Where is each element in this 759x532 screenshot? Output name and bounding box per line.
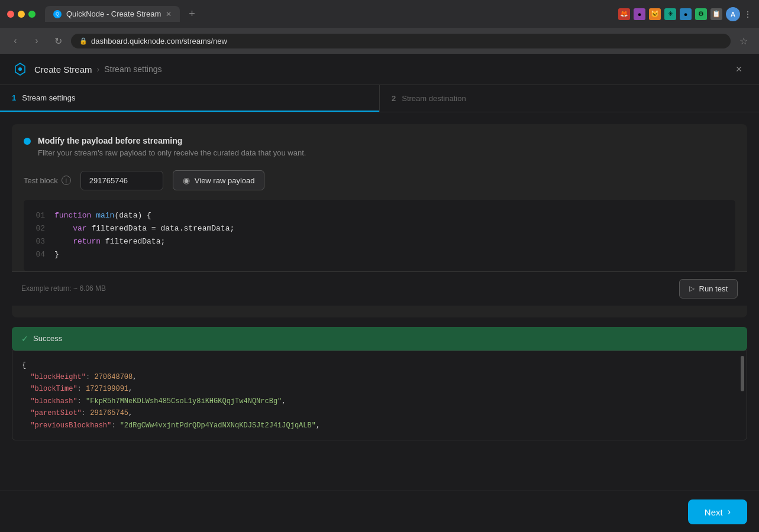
- browser-menu-button[interactable]: ⋮: [744, 9, 752, 19]
- json-open-brace: {: [22, 359, 737, 371]
- step-2-label: Stream destination: [402, 94, 466, 103]
- run-test-button[interactable]: ▷ Run test: [679, 279, 738, 299]
- tab-title: QuickNode - Create Stream: [66, 9, 161, 18]
- extension-icon-4[interactable]: ✳: [664, 8, 676, 20]
- example-return-text: Example return: ~ 6.06 MB: [21, 284, 106, 293]
- json-line-2: "blockTime": 1727199091,: [22, 383, 737, 395]
- main-content: Modify the payload before streaming Filt…: [0, 112, 759, 491]
- browser-tab-active[interactable]: Q QuickNode - Create Stream ✕: [45, 6, 180, 22]
- json-line-3: "blockhash": "FkpR5h7MNeKDLWsh485CsoL1y8…: [22, 395, 737, 407]
- code-line-3: 03 return filteredData;: [33, 235, 726, 248]
- payload-info: Modify the payload before streaming Filt…: [38, 136, 306, 158]
- test-block-label: Test block i: [24, 176, 71, 185]
- line-number-4: 04: [33, 248, 45, 261]
- tab-favicon: Q: [53, 10, 62, 18]
- browser-titlebar: Q QuickNode - Create Stream ✕ + 🦊 ● 🐱 ✳ …: [0, 0, 759, 28]
- lock-icon: 🔒: [79, 37, 88, 45]
- success-banner: ✓ Success: [12, 327, 747, 351]
- traffic-light-green[interactable]: [28, 11, 35, 18]
- url-bar[interactable]: 🔒 dashboard.quicknode.com/streams/new: [71, 34, 731, 48]
- results-section: ✓ Success { "blockHeight": 270648708, "b…: [12, 327, 747, 440]
- footer: Next ›: [0, 491, 759, 532]
- json-line-5: "previousBlockhash": "2dRgCWw4vxjntPdrQD…: [22, 420, 737, 432]
- extension-icon-2[interactable]: ●: [634, 8, 645, 20]
- step-2[interactable]: 2 Stream destination: [380, 85, 759, 112]
- step-1[interactable]: 1 Stream settings: [0, 85, 379, 112]
- info-icon[interactable]: i: [62, 176, 71, 185]
- eye-icon: ◉: [183, 176, 190, 185]
- play-icon: ▷: [689, 284, 695, 293]
- next-button[interactable]: Next ›: [688, 499, 747, 524]
- url-text: dashboard.quicknode.com/streams/new: [91, 37, 227, 46]
- quicknode-logo: [12, 61, 28, 77]
- line-number-3: 03: [33, 235, 45, 248]
- step-1-label: Stream settings: [22, 93, 75, 102]
- code-line-1: 01 function main(data) {: [33, 209, 726, 222]
- payload-header: Modify the payload before streaming Filt…: [24, 136, 735, 158]
- payload-title: Modify the payload before streaming: [38, 136, 306, 145]
- extension-icon-3[interactable]: 🐱: [649, 8, 661, 20]
- header-title: Create Stream: [34, 64, 92, 74]
- run-test-row: Example return: ~ 6.06 MB ▷ Run test: [12, 271, 747, 306]
- payload-description: Filter your stream's raw payload to only…: [38, 148, 306, 158]
- tab-bar: Q QuickNode - Create Stream ✕ +: [45, 6, 613, 22]
- new-tab-button[interactable]: +: [185, 7, 199, 21]
- back-button[interactable]: ‹: [7, 33, 24, 49]
- step-1-number: 1: [12, 93, 16, 102]
- step-2-number: 2: [392, 94, 396, 103]
- forward-button[interactable]: ›: [28, 33, 45, 49]
- checkmark-icon: ✓: [21, 334, 28, 343]
- block-number-input[interactable]: [80, 171, 163, 190]
- star-button[interactable]: ☆: [735, 33, 752, 49]
- breadcrumb: Stream settings: [104, 64, 162, 74]
- close-button[interactable]: ×: [731, 61, 747, 77]
- json-line-1: "blockHeight": 270648708,: [22, 371, 737, 383]
- scrollbar[interactable]: [741, 356, 744, 391]
- code-line-4: 04 }: [33, 248, 726, 261]
- app-window: Create Stream › Stream settings × 1 Stre…: [0, 54, 759, 532]
- traffic-light-yellow[interactable]: [18, 11, 25, 18]
- steps-bar: 1 Stream settings 2 Stream destination: [0, 85, 759, 112]
- code-editor[interactable]: 01 function main(data) { 02 var filtered…: [24, 200, 735, 271]
- svg-point-0: [18, 67, 22, 71]
- extension-icon-5[interactable]: ●: [680, 8, 692, 20]
- profile-icon[interactable]: A: [726, 7, 740, 21]
- extension-icon-7[interactable]: 📋: [710, 8, 722, 20]
- breadcrumb-separator: ›: [97, 64, 100, 74]
- extension-icon-6[interactable]: ⚙: [695, 8, 707, 20]
- success-text: Success: [33, 334, 62, 343]
- next-arrow-icon: ›: [728, 507, 731, 517]
- browser-chrome: Q QuickNode - Create Stream ✕ + 🦊 ● 🐱 ✳ …: [0, 0, 759, 54]
- line-number-1: 01: [33, 209, 45, 222]
- json-line-4: "parentSlot": 291765745,: [22, 407, 737, 419]
- payload-indicator-dot: [24, 138, 31, 145]
- traffic-lights: [7, 11, 35, 18]
- code-function-name: main: [96, 211, 114, 220]
- browser-extensions: 🦊 ● 🐱 ✳ ● ⚙ 📋 A ⋮: [618, 7, 752, 21]
- payload-section: Modify the payload before streaming Filt…: [12, 124, 747, 317]
- json-output: { "blockHeight": 270648708, "blockTime":…: [12, 351, 747, 440]
- view-raw-payload-button[interactable]: ◉ View raw payload: [173, 170, 265, 190]
- code-line-2: 02 var filteredData = data.streamData;: [33, 222, 726, 235]
- extension-icon-1[interactable]: 🦊: [618, 8, 630, 20]
- refresh-button[interactable]: ↻: [50, 33, 66, 49]
- traffic-light-red[interactable]: [7, 11, 14, 18]
- line-number-2: 02: [33, 222, 45, 235]
- tab-close-button[interactable]: ✕: [166, 10, 172, 18]
- test-block-row: Test block i ◉ View raw payload: [24, 170, 735, 190]
- app-header: Create Stream › Stream settings ×: [0, 54, 759, 85]
- nav-bar: ‹ › ↻ 🔒 dashboard.quicknode.com/streams/…: [0, 28, 759, 54]
- code-keyword-function: function: [54, 211, 96, 220]
